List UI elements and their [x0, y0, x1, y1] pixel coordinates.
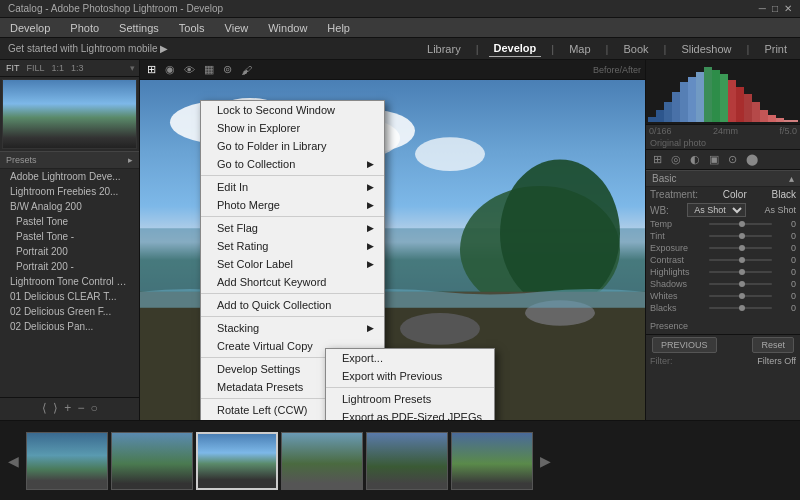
close-btn[interactable]: ✕: [784, 3, 792, 14]
preset-item[interactable]: 02 Delicious Pan...: [0, 319, 139, 334]
blacks-track[interactable]: [709, 307, 772, 309]
preset-item[interactable]: Lightroom Tone Control 1...: [0, 274, 139, 289]
preset-item[interactable]: Lightroom Freebies 20...: [0, 184, 139, 199]
menu-view[interactable]: View: [221, 21, 253, 35]
ctx-go-collection[interactable]: Go to Collection▶: [201, 155, 384, 173]
add-icon[interactable]: +: [64, 401, 71, 415]
module-print[interactable]: Print: [759, 41, 792, 57]
ctx-stacking[interactable]: Stacking▶: [201, 319, 384, 337]
ctx-edit-in[interactable]: Edit In▶: [201, 178, 384, 196]
ctx-lightroom-presets[interactable]: Lightroom Presets: [326, 390, 494, 408]
treatment-color[interactable]: Color: [723, 189, 747, 200]
filmstrip-prev[interactable]: ◀: [4, 453, 23, 469]
module-slideshow[interactable]: Slideshow: [676, 41, 736, 57]
ctx-export-with-previous[interactable]: Export with Previous: [326, 367, 494, 385]
filmstrip-next[interactable]: ▶: [536, 453, 555, 469]
whites-thumb[interactable]: [739, 293, 745, 299]
preset-item[interactable]: Adobe Lightroom Deve...: [0, 169, 139, 184]
temp-track[interactable]: [709, 223, 772, 225]
ctx-lock[interactable]: Lock to Second Window: [201, 101, 384, 119]
highlights-thumb[interactable]: [739, 269, 745, 275]
wb-select[interactable]: As Shot Auto Daylight Custom: [687, 203, 746, 217]
highlights-track[interactable]: [709, 271, 772, 273]
nav-ratio[interactable]: 1:3: [69, 62, 86, 74]
menu-window[interactable]: Window: [264, 21, 311, 35]
previous-button[interactable]: PREVIOUS: [652, 337, 717, 353]
film-thumb-6[interactable]: [451, 432, 533, 490]
maximize-btn[interactable]: □: [772, 3, 778, 14]
ctx-set-rating[interactable]: Set Rating▶: [201, 237, 384, 255]
film-thumb-3[interactable]: [196, 432, 278, 490]
tint-thumb[interactable]: [739, 233, 745, 239]
exposure-thumb[interactable]: [739, 245, 745, 251]
menu-photo[interactable]: Photo: [66, 21, 103, 35]
module-library[interactable]: Library: [422, 41, 466, 57]
ctx-go-folder[interactable]: Go to Folder in Library: [201, 137, 384, 155]
module-map[interactable]: Map: [564, 41, 595, 57]
right-tool-crop[interactable]: ⊞: [650, 152, 665, 167]
ctx-photo-merge[interactable]: Photo Merge▶: [201, 196, 384, 214]
basic-toggle[interactable]: ▴: [789, 173, 794, 184]
ctx-shortcut[interactable]: Add Shortcut Keyword: [201, 273, 384, 291]
ctx-set-flag[interactable]: Set Flag▶: [201, 219, 384, 237]
module-book[interactable]: Book: [618, 41, 653, 57]
right-tool-radial[interactable]: ⊙: [725, 152, 740, 167]
film-thumb-1[interactable]: [26, 432, 108, 490]
prev-icon[interactable]: ⟨: [42, 401, 47, 415]
basic-header[interactable]: Basic ▴: [646, 170, 800, 187]
contrast-thumb[interactable]: [739, 257, 745, 263]
tint-track[interactable]: [709, 235, 772, 237]
shadows-thumb[interactable]: [739, 281, 745, 287]
film-thumb-5[interactable]: [366, 432, 448, 490]
tool-graduated[interactable]: ▦: [201, 62, 217, 77]
ctx-export-direct[interactable]: Export...: [326, 349, 494, 367]
exposure-track[interactable]: [709, 247, 772, 249]
presets-header[interactable]: Presets ▸: [0, 151, 139, 169]
nav-fill[interactable]: FILL: [25, 62, 47, 74]
ctx-export-pdf[interactable]: Export as PDF-Sized JPEGs: [326, 408, 494, 420]
preset-item[interactable]: Pastel Tone -: [0, 229, 139, 244]
ctx-set-color[interactable]: Set Color Label▶: [201, 255, 384, 273]
contrast-track[interactable]: [709, 259, 772, 261]
blacks-thumb[interactable]: [739, 305, 745, 311]
preset-item[interactable]: Portrait 200: [0, 244, 139, 259]
tool-brush[interactable]: 🖌: [238, 63, 255, 77]
next-icon[interactable]: ⟩: [53, 401, 58, 415]
ctx-show-explorer[interactable]: Show in Explorer: [201, 119, 384, 137]
menu-develop[interactable]: Develop: [6, 21, 54, 35]
tool-spot[interactable]: ◉: [162, 62, 178, 77]
menu-settings[interactable]: Settings: [115, 21, 163, 35]
reset-button[interactable]: Reset: [752, 337, 794, 353]
menu-tools[interactable]: Tools: [175, 21, 209, 35]
nav-1to1[interactable]: 1:1: [50, 62, 67, 74]
filter-value[interactable]: Filters Off: [757, 356, 796, 366]
preset-item[interactable]: Pastel Tone: [0, 214, 139, 229]
presets-toggle[interactable]: ▸: [128, 155, 133, 165]
circle-icon[interactable]: ○: [90, 401, 97, 415]
right-tool-grad[interactable]: ▣: [706, 152, 722, 167]
right-tool-brush[interactable]: ⬤: [743, 152, 761, 167]
preset-item[interactable]: 01 Delicious CLEAR T...: [0, 289, 139, 304]
treatment-bw[interactable]: Black: [772, 189, 796, 200]
preset-item[interactable]: B/W Analog 200: [0, 199, 139, 214]
subtract-icon[interactable]: −: [77, 401, 84, 415]
film-thumb-4[interactable]: [281, 432, 363, 490]
menu-help[interactable]: Help: [323, 21, 354, 35]
whites-track[interactable]: [709, 295, 772, 297]
nav-fit[interactable]: FIT: [4, 62, 22, 74]
lightroom-mobile-link[interactable]: Get started with Lightroom mobile ▶: [8, 43, 168, 54]
wb-row: WB: As Shot Auto Daylight Custom As Shot: [646, 202, 800, 218]
tool-redeye[interactable]: 👁: [181, 63, 198, 77]
preset-item[interactable]: Portrait 200 -: [0, 259, 139, 274]
module-develop[interactable]: Develop: [489, 40, 542, 57]
preset-item[interactable]: 02 Delicious Green F...: [0, 304, 139, 319]
film-thumb-2[interactable]: [111, 432, 193, 490]
tool-radial[interactable]: ⊚: [220, 62, 235, 77]
tool-crop[interactable]: ⊞: [144, 62, 159, 77]
shadows-track[interactable]: [709, 283, 772, 285]
temp-thumb[interactable]: [739, 221, 745, 227]
right-tool-redeye[interactable]: ◐: [687, 152, 703, 167]
right-tool-spot[interactable]: ◎: [668, 152, 684, 167]
ctx-quick-collection[interactable]: Add to Quick Collection: [201, 296, 384, 314]
minimize-btn[interactable]: ─: [759, 3, 766, 14]
